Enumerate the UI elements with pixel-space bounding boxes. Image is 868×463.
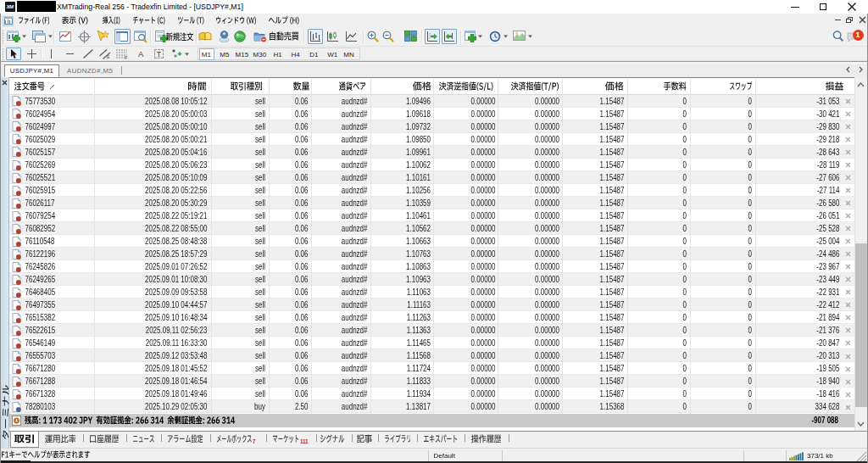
svg-text:F: F: [125, 55, 128, 59]
svg-text:E: E: [107, 54, 110, 59]
